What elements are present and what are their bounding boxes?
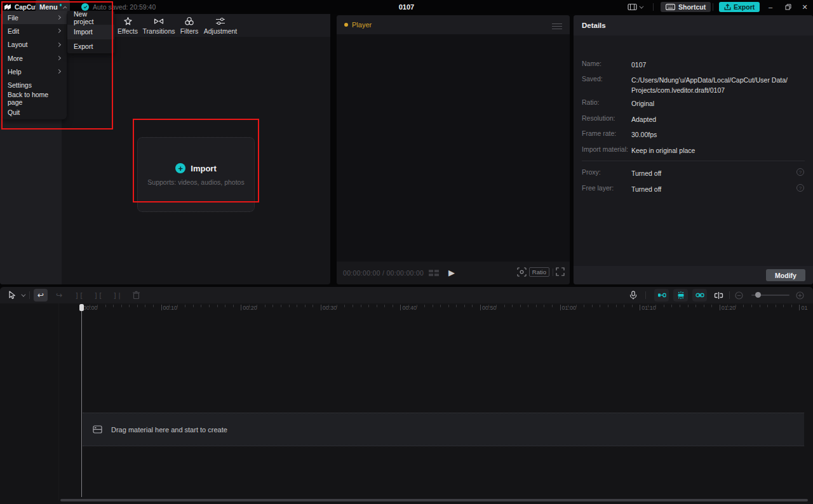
split-mode-button[interactable]	[713, 289, 724, 302]
import-action[interactable]: + Import	[175, 163, 216, 173]
player-menu-icon[interactable]	[552, 22, 562, 31]
ruler-minor-tick	[393, 305, 393, 307]
detail-value: Keep in original place	[631, 145, 790, 156]
split-right-button[interactable]: ]|	[111, 289, 124, 302]
chevron-right-icon	[57, 29, 61, 33]
menu-item-help[interactable]: Help	[1, 65, 67, 78]
ruler-minor-tick	[137, 305, 138, 307]
export-button[interactable]: Export	[719, 2, 760, 12]
ruler-minor-tick	[791, 305, 792, 307]
ruler-minor-tick	[648, 305, 648, 307]
delete-button[interactable]	[130, 289, 142, 302]
menu-item-settings[interactable]: Settings	[1, 78, 67, 91]
timeline-tracks-area[interactable]: Drag material here and start to create	[0, 314, 813, 504]
ratio-button-label: Ratio	[529, 267, 549, 277]
ruler-minor-tick	[472, 305, 473, 307]
shortcut-button[interactable]: Shortcut	[661, 2, 711, 12]
tab-filters[interactable]: Filters	[178, 17, 200, 35]
submenu-item-new-project[interactable]: New project	[67, 11, 114, 25]
ratio-button[interactable]: Ratio	[529, 267, 549, 277]
timeline-zoom-in-button[interactable]	[795, 289, 804, 302]
help-icon[interactable]: ?	[796, 168, 804, 176]
ruler-minor-tick	[743, 305, 744, 307]
snapshot-button[interactable]	[517, 267, 527, 277]
ruler-minor-tick	[257, 305, 257, 307]
player-header: Player	[337, 15, 570, 34]
split-button[interactable]: ][	[91, 289, 105, 302]
menu-item-more[interactable]: More	[1, 51, 67, 65]
ruler-minor-tick	[544, 305, 544, 307]
submenu-item-label: New project	[74, 10, 108, 25]
details-header: Details	[574, 15, 813, 36]
redo-button[interactable]: ↪	[53, 289, 65, 302]
import-dropzone[interactable]: + Import Supports: videos, audios, photo…	[137, 137, 255, 212]
playhead-handle[interactable]	[79, 304, 84, 311]
help-icon[interactable]: ?	[796, 184, 804, 192]
undo-button[interactable]: ↩	[34, 289, 48, 302]
close-button[interactable]: ✕	[800, 0, 809, 14]
ruler-minor-tick	[153, 305, 154, 307]
select-tool-dropdown[interactable]	[18, 289, 26, 302]
ruler-minor-tick	[145, 305, 145, 307]
detail-value: 0107	[631, 60, 790, 70]
tab-adjustment[interactable]: Adjustment	[202, 17, 239, 35]
tab-transitions[interactable]: Transitions	[141, 17, 177, 35]
trash-icon	[132, 291, 140, 300]
ruler-minor-tick	[433, 305, 433, 307]
ruler-minor-tick	[536, 305, 537, 307]
menu-item-quit[interactable]: Quit	[1, 105, 67, 119]
ruler-tick-label: 00:30	[323, 305, 337, 311]
detail-row-proxy: Proxy: Turned off ?	[574, 168, 813, 178]
detail-key: Ratio:	[574, 98, 631, 109]
fullscreen-button[interactable]	[556, 267, 565, 276]
ruler-minor-tick	[552, 305, 553, 307]
link-toggle[interactable]	[692, 289, 707, 302]
layout-toggle-button[interactable]	[628, 0, 642, 14]
auto-preview-toggle[interactable]	[673, 289, 688, 302]
ruler-minor-tick	[568, 305, 568, 307]
menu-item-back-to-home[interactable]: Back to home page	[1, 92, 67, 105]
menu-item-label: Edit	[8, 27, 19, 35]
tab-label: Adjustment	[204, 27, 238, 35]
undo-icon: ↩	[37, 291, 44, 300]
split-left-button[interactable]: ][	[72, 289, 86, 302]
menu-item-label: Quit	[8, 109, 20, 116]
menu-item-layout[interactable]: Layout	[1, 38, 67, 51]
record-voiceover-button[interactable]	[628, 289, 639, 302]
submenu-item-import[interactable]: Import	[67, 25, 114, 39]
ruler-minor-tick	[353, 305, 353, 307]
ruler-minor-tick	[767, 305, 768, 307]
details-title: Details	[582, 22, 606, 29]
menu-item-file[interactable]: File	[1, 11, 67, 24]
menu-item-label: Help	[8, 68, 22, 76]
export-upload-icon	[724, 4, 731, 11]
chevron-down-icon	[639, 4, 643, 8]
tab-label: Filters	[180, 27, 199, 35]
layout-panels-icon	[628, 3, 637, 11]
media-clip-icon	[93, 425, 102, 434]
ruler-minor-tick	[576, 305, 577, 307]
timeline-ruler[interactable]: 00:0000:1000:2000:3000:4000:5001:0001:10…	[0, 303, 813, 314]
submenu-item-export[interactable]: Export	[67, 39, 114, 53]
timeline-horizontal-scrollbar[interactable]	[60, 499, 808, 501]
plus-circle-icon	[796, 291, 804, 300]
tab-effects[interactable]: Effects	[116, 17, 139, 35]
restore-button[interactable]	[784, 0, 793, 14]
ruler-major-tick	[161, 305, 162, 310]
ruler-major-tick	[321, 305, 321, 310]
ruler-minor-tick	[129, 305, 130, 307]
play-button[interactable]: ▶	[448, 268, 455, 277]
ruler-minor-tick	[624, 305, 624, 307]
minimize-button[interactable]: –	[766, 0, 775, 14]
detail-value: C:/Users/Ndung'u/AppData/Local/CapCut/Us…	[631, 75, 790, 96]
timeline-zoom-handle[interactable]	[755, 292, 761, 298]
menu-item-edit[interactable]: Edit	[1, 24, 67, 37]
menu-item-label: Layout	[8, 41, 28, 48]
timeline-zoom-out-button[interactable]	[734, 289, 743, 302]
detail-key: Saved:	[574, 75, 631, 96]
ruler-minor-tick	[584, 305, 584, 307]
modify-button[interactable]: Modify	[766, 269, 805, 281]
main-track-magnet-toggle[interactable]	[654, 289, 669, 302]
empty-track-dropzone[interactable]: Drag material here and start to create	[83, 413, 804, 446]
select-tool-button[interactable]	[7, 289, 17, 302]
